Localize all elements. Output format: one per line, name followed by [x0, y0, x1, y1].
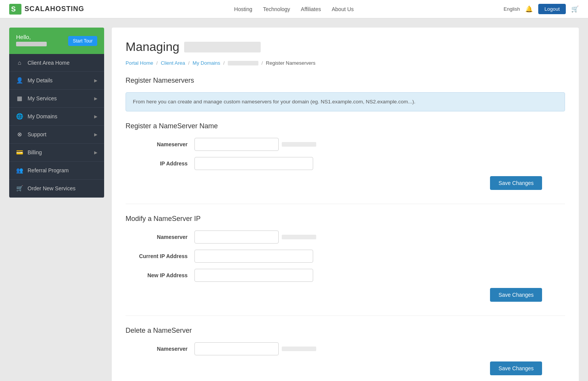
nav-affiliates[interactable]: Affiliates	[301, 6, 321, 12]
sidebar-label-support: Support	[28, 131, 46, 137]
form-row-nameserver-1: Nameserver	[126, 138, 565, 151]
nav-technology[interactable]: Technology	[263, 6, 290, 12]
support-icon: ⊗	[16, 131, 23, 138]
sidebar-item-order-new-services[interactable]: 🛒 Order New Services	[9, 180, 104, 198]
sidebar-label-referral-program: Referral Program	[28, 167, 69, 173]
breadcrumb-domain-blur	[228, 61, 258, 65]
home-icon: ⌂	[16, 59, 23, 66]
input-nameserver-3[interactable]	[194, 342, 279, 355]
chevron-right-icon: ▶	[94, 114, 97, 119]
logo-text: SCALAHOSTING	[24, 5, 84, 13]
label-nameserver-1: Nameserver	[126, 141, 194, 147]
breadcrumb-portal-home[interactable]: Portal Home	[126, 60, 153, 66]
sidebar-label-client-area-home: Client Area Home	[28, 60, 70, 66]
globe-icon: 🌐	[16, 113, 23, 120]
save-changes-register[interactable]: Save Changes	[490, 176, 542, 190]
sidebar-item-client-area-home[interactable]: ⌂ Client Area Home	[9, 54, 104, 72]
label-current-ip: Current IP Address	[126, 253, 194, 259]
domain-suffix-3	[282, 347, 316, 351]
info-text: From here you can create and manage cust…	[133, 99, 415, 105]
billing-icon: 💳	[16, 149, 23, 156]
input-current-ip[interactable]	[194, 250, 313, 263]
sidebar-hello: Hello,	[16, 34, 47, 40]
breadcrumb-client-area[interactable]: Client Area	[161, 60, 185, 66]
sidebar-header: Hello, Start Tour	[9, 28, 104, 54]
nav-right: English 🔔 Logout 🛒	[504, 4, 579, 14]
sidebar-nav: ⌂ Client Area Home 👤 My Details ▶ ▦ My S…	[9, 54, 104, 198]
sidebar-item-referral-program[interactable]: 👥 Referral Program	[9, 162, 104, 180]
domain-suffix-1	[282, 142, 316, 147]
form-actions-delete: Save Changes	[126, 361, 565, 375]
sidebar-item-my-domains[interactable]: 🌐 My Domains ▶	[9, 108, 104, 126]
logo: S SCALAHOSTING	[9, 4, 84, 15]
chevron-right-icon: ▶	[94, 150, 97, 155]
form-row-nameserver-2: Nameserver	[126, 231, 565, 244]
bell-icon[interactable]: 🔔	[525, 5, 533, 13]
logout-button[interactable]: Logout	[538, 4, 566, 14]
section-title-register: Register a NameServer Name	[126, 122, 565, 130]
sidebar-username	[16, 42, 47, 46]
sidebar-label-my-domains: My Domains	[28, 113, 57, 119]
chevron-right-icon: ▶	[94, 96, 97, 101]
cart-icon[interactable]: 🛒	[571, 5, 579, 13]
referral-icon: 👥	[16, 167, 23, 174]
sidebar-label-order-new-services: Order New Services	[28, 185, 75, 191]
input-ip-1[interactable]	[194, 157, 313, 170]
sidebar-label-my-details: My Details	[28, 77, 52, 83]
sidebar-item-billing[interactable]: 💳 Billing ▶	[9, 144, 104, 162]
section-title-modify: Modify a NameServer IP	[126, 215, 565, 223]
label-nameserver-3: Nameserver	[126, 346, 194, 352]
section-main-title: Register Nameservers	[126, 77, 565, 85]
divider-1	[126, 204, 565, 204]
form-row-new-ip: New IP Address	[126, 269, 565, 282]
form-section-delete: Delete a NameServer Nameserver Save Chan…	[126, 327, 565, 375]
page-title-prefix: Managing	[126, 40, 180, 54]
sidebar-item-my-details[interactable]: 👤 My Details ▶	[9, 72, 104, 90]
page-title: Managing	[126, 40, 565, 54]
input-nameserver-2[interactable]	[194, 231, 279, 244]
form-actions-modify: Save Changes	[126, 288, 565, 302]
save-changes-delete[interactable]: Save Changes	[490, 361, 542, 375]
chevron-right-icon: ▶	[94, 132, 97, 137]
breadcrumb: Portal Home / Client Area / My Domains /…	[126, 60, 565, 66]
main-wrapper: Hello, Start Tour ⌂ Client Area Home 👤 M…	[0, 18, 588, 381]
language-selector[interactable]: English	[504, 6, 520, 12]
start-tour-button[interactable]: Start Tour	[68, 36, 97, 46]
sidebar-item-my-services[interactable]: ▦ My Services ▶	[9, 90, 104, 108]
domain-suffix-2	[282, 235, 316, 239]
input-new-ip[interactable]	[194, 269, 313, 282]
form-actions-register: Save Changes	[126, 176, 565, 190]
page-title-domain-blur	[184, 42, 261, 52]
logo-icon: S	[9, 4, 21, 15]
save-changes-modify[interactable]: Save Changes	[490, 288, 542, 302]
breadcrumb-my-domains[interactable]: My Domains	[193, 60, 220, 66]
label-ip-1: IP Address	[126, 160, 194, 167]
sidebar-label-my-services: My Services	[28, 95, 57, 101]
label-new-ip: New IP Address	[126, 272, 194, 278]
form-row-nameserver-3: Nameserver	[126, 342, 565, 355]
form-section-modify: Modify a NameServer IP Nameserver Curren…	[126, 215, 565, 302]
order-icon: 🛒	[16, 185, 23, 192]
chevron-right-icon: ▶	[94, 78, 97, 83]
top-navigation: S SCALAHOSTING Hosting Technology Affili…	[0, 0, 588, 18]
info-box: From here you can create and manage cust…	[126, 92, 565, 111]
form-row-ip-1: IP Address	[126, 157, 565, 170]
nav-links: Hosting Technology Affiliates About Us	[234, 6, 354, 12]
nav-about-us[interactable]: About Us	[332, 6, 354, 12]
form-row-current-ip: Current IP Address	[126, 250, 565, 263]
nav-hosting[interactable]: Hosting	[234, 6, 252, 12]
svg-text:S: S	[11, 5, 16, 13]
section-title-delete: Delete a NameServer	[126, 327, 565, 335]
content-area: Managing Portal Home / Client Area / My …	[112, 28, 579, 381]
sidebar-label-billing: Billing	[28, 149, 42, 155]
sidebar-item-support[interactable]: ⊗ Support ▶	[9, 126, 104, 144]
input-nameserver-1[interactable]	[194, 138, 279, 151]
sidebar-user-info: Hello,	[16, 34, 47, 48]
services-icon: ▦	[16, 95, 23, 102]
divider-2	[126, 316, 565, 316]
breadcrumb-current: Register Nameservers	[266, 60, 315, 66]
form-section-register: Register a NameServer Name Nameserver IP…	[126, 122, 565, 190]
user-icon: 👤	[16, 77, 23, 84]
sidebar: Hello, Start Tour ⌂ Client Area Home 👤 M…	[9, 28, 104, 198]
label-nameserver-2: Nameserver	[126, 234, 194, 240]
